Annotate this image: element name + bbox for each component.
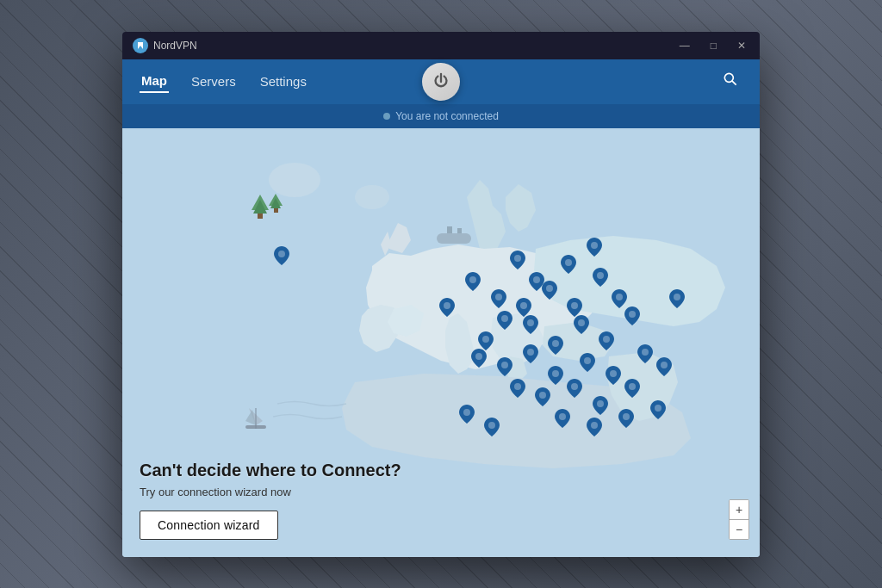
minimize-button[interactable]: — xyxy=(676,39,693,53)
svg-point-21 xyxy=(533,276,540,283)
map-pin[interactable] xyxy=(471,349,487,368)
svg-point-42 xyxy=(610,370,617,377)
titlebar: NordVPN — □ ✕ xyxy=(122,32,760,59)
map-pin[interactable] xyxy=(567,298,582,317)
status-label: You are not connected xyxy=(395,110,499,122)
app-window: NordVPN — □ ✕ Map Servers Settings xyxy=(122,32,760,557)
info-panel-subtitle: Try our connection wizard now xyxy=(140,486,401,498)
svg-point-35 xyxy=(603,336,610,343)
svg-point-47 xyxy=(571,383,578,390)
map-pin[interactable] xyxy=(599,331,614,350)
map-pin[interactable] xyxy=(510,251,525,269)
svg-rect-14 xyxy=(437,233,471,244)
map-pin[interactable] xyxy=(637,344,653,363)
tab-servers[interactable]: Servers xyxy=(189,71,238,92)
tab-settings[interactable]: Settings xyxy=(258,71,308,92)
map-pin[interactable] xyxy=(656,357,672,376)
map-pin[interactable] xyxy=(484,418,500,436)
map-pin[interactable] xyxy=(612,289,627,308)
svg-rect-16 xyxy=(457,228,462,233)
svg-point-26 xyxy=(495,294,502,300)
tab-map[interactable]: Map xyxy=(140,70,169,93)
map-pin[interactable] xyxy=(548,336,563,355)
svg-point-43 xyxy=(642,349,649,356)
svg-point-22 xyxy=(565,259,572,266)
svg-point-50 xyxy=(661,362,668,368)
svg-point-38 xyxy=(501,362,508,368)
svg-point-25 xyxy=(469,276,476,283)
map-pin[interactable] xyxy=(491,289,506,308)
map-pin[interactable] xyxy=(593,268,608,287)
svg-point-49 xyxy=(629,383,636,390)
svg-point-23 xyxy=(591,242,598,249)
svg-point-4 xyxy=(269,163,320,197)
map-pin[interactable] xyxy=(274,246,289,265)
zoom-controls: + − xyxy=(729,499,749,540)
map-pin[interactable] xyxy=(587,418,602,436)
map-pin[interactable] xyxy=(523,315,538,334)
svg-point-56 xyxy=(655,405,662,412)
svg-point-55 xyxy=(488,422,495,429)
svg-point-1 xyxy=(724,73,733,82)
statusbar: You are not connected xyxy=(122,104,760,128)
svg-point-40 xyxy=(552,370,559,377)
map-pin[interactable] xyxy=(580,353,595,372)
svg-rect-11 xyxy=(274,208,278,213)
svg-point-19 xyxy=(482,336,489,343)
map-pin[interactable] xyxy=(459,405,475,424)
titlebar-controls: — □ ✕ xyxy=(676,39,749,53)
map-pin[interactable] xyxy=(606,366,621,385)
svg-point-39 xyxy=(527,349,534,356)
map-pin[interactable] xyxy=(650,400,666,419)
map-pin[interactable] xyxy=(618,409,634,428)
map-pin[interactable] xyxy=(574,315,589,334)
map-pin[interactable] xyxy=(548,366,563,385)
map-pin[interactable] xyxy=(587,238,602,257)
map-pin[interactable] xyxy=(497,311,512,330)
svg-point-18 xyxy=(444,302,450,309)
zoom-in-button[interactable]: + xyxy=(730,500,748,519)
map-pin[interactable] xyxy=(567,379,582,398)
search-button[interactable] xyxy=(718,67,742,96)
map-pin[interactable] xyxy=(561,255,576,274)
titlebar-title: NordVPN xyxy=(153,40,197,52)
nordvpn-logo-icon xyxy=(133,38,148,53)
map-pin[interactable] xyxy=(497,357,512,376)
info-panel: Can't decide where to Connect? Try our c… xyxy=(140,461,401,540)
svg-point-20 xyxy=(501,315,508,322)
status-dot xyxy=(383,113,390,120)
map-pin[interactable] xyxy=(510,379,525,398)
status-text: You are not connected xyxy=(383,110,499,122)
map-pin[interactable] xyxy=(535,387,550,406)
svg-point-17 xyxy=(278,251,285,257)
power-button-container xyxy=(422,63,460,101)
svg-point-34 xyxy=(578,319,585,326)
svg-rect-8 xyxy=(258,214,263,219)
svg-point-44 xyxy=(674,294,680,300)
titlebar-logo: NordVPN xyxy=(133,38,676,53)
map-pin[interactable] xyxy=(624,379,640,398)
map-pin[interactable] xyxy=(465,272,481,291)
zoom-out-button[interactable]: − xyxy=(730,520,748,539)
svg-point-36 xyxy=(629,311,636,318)
map-pin[interactable] xyxy=(439,298,455,317)
close-button[interactable]: ✕ xyxy=(734,39,749,53)
connection-wizard-button[interactable]: Connection wizard xyxy=(140,511,278,540)
svg-point-45 xyxy=(514,383,521,390)
map-pin[interactable] xyxy=(593,396,608,415)
svg-line-2 xyxy=(732,81,736,85)
svg-point-52 xyxy=(591,422,598,429)
map-pin[interactable] xyxy=(542,281,557,300)
map-pin[interactable] xyxy=(624,306,640,325)
map-pin[interactable] xyxy=(516,298,531,317)
map-pin[interactable] xyxy=(555,409,570,428)
svg-point-51 xyxy=(559,413,566,420)
map-pin[interactable] xyxy=(669,289,685,308)
map-container[interactable]: Can't decide where to Connect? Try our c… xyxy=(122,128,760,557)
maximize-button[interactable]: □ xyxy=(707,39,720,53)
svg-point-46 xyxy=(539,392,546,399)
map-pin[interactable] xyxy=(523,344,538,363)
map-pin[interactable] xyxy=(478,331,494,350)
power-button[interactable] xyxy=(422,63,460,101)
svg-point-32 xyxy=(527,319,534,326)
